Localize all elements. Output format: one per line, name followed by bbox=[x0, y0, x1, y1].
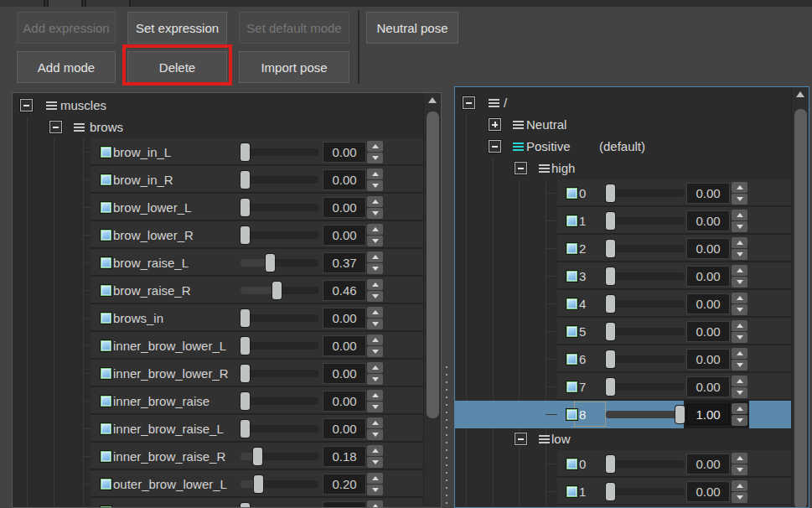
scroll-up-button[interactable] bbox=[427, 95, 439, 106]
set-expression-button[interactable]: Set expression bbox=[127, 12, 227, 44]
tree-group-high[interactable]: high bbox=[455, 158, 809, 179]
neutral-pose-button[interactable]: Neutral pose bbox=[366, 12, 458, 44]
spin-up-button[interactable] bbox=[367, 251, 383, 262]
scrollbar-thumb[interactable] bbox=[427, 111, 439, 418]
checkbox-icon[interactable] bbox=[566, 215, 577, 226]
slider[interactable] bbox=[240, 415, 318, 443]
checkbox-icon[interactable] bbox=[566, 243, 577, 254]
spin-up-button[interactable] bbox=[732, 210, 747, 220]
spin-up-button[interactable] bbox=[367, 224, 383, 235]
spin-down-button[interactable] bbox=[367, 263, 383, 274]
slider[interactable] bbox=[606, 207, 685, 235]
slider-handle[interactable] bbox=[240, 171, 250, 189]
spin-down-button[interactable] bbox=[367, 153, 383, 163]
slider[interactable] bbox=[240, 194, 318, 221]
spin-down-button[interactable] bbox=[732, 415, 747, 426]
checkbox-icon[interactable] bbox=[101, 479, 111, 490]
tree-item-inner_brow_raise_R[interactable]: inner_brow_raise_R0.18 bbox=[13, 443, 441, 470]
value-spinbox[interactable]: 0.46 bbox=[323, 280, 366, 301]
slider[interactable] bbox=[240, 304, 318, 332]
checkbox-icon[interactable] bbox=[101, 285, 111, 296]
slider-handle[interactable] bbox=[240, 199, 250, 216]
spin-down-button[interactable] bbox=[732, 387, 747, 398]
slider-handle[interactable] bbox=[240, 309, 250, 327]
spin-down-button[interactable] bbox=[732, 249, 747, 260]
panel-splitter-handle[interactable] bbox=[446, 366, 447, 508]
checkbox-icon[interactable] bbox=[566, 459, 577, 469]
spin-up-button[interactable] bbox=[367, 473, 383, 484]
checkbox-icon[interactable] bbox=[566, 271, 577, 282]
spin-down-button[interactable] bbox=[367, 236, 383, 246]
value-spinbox[interactable]: 0.00 bbox=[323, 391, 366, 412]
spin-down-button[interactable] bbox=[367, 319, 383, 329]
checkbox-icon[interactable] bbox=[101, 313, 111, 324]
tree-item-brow_in_L[interactable]: brow_in_L0.00 bbox=[13, 138, 441, 166]
tree-group-low[interactable]: low bbox=[455, 428, 809, 450]
spin-down-button[interactable] bbox=[732, 360, 747, 371]
spin-up-button[interactable] bbox=[732, 403, 747, 414]
spin-down-button[interactable] bbox=[732, 221, 747, 232]
slider-handle[interactable] bbox=[606, 240, 615, 257]
value-spinbox[interactable]: 0.00 bbox=[686, 376, 730, 397]
slider[interactable] bbox=[606, 179, 685, 207]
tree-group-muscles[interactable]: muscles bbox=[13, 95, 441, 117]
slider-handle[interactable] bbox=[240, 337, 250, 355]
tree-group-Neutral[interactable]: Neutral bbox=[455, 114, 809, 136]
expand-icon[interactable] bbox=[489, 118, 501, 131]
slider[interactable] bbox=[240, 360, 318, 387]
value-spinbox[interactable]: 0.00 bbox=[686, 210, 730, 231]
checkbox-icon[interactable] bbox=[566, 354, 577, 365]
slider-handle[interactable] bbox=[240, 392, 250, 410]
spin-up-button[interactable] bbox=[367, 334, 383, 345]
slider-handle[interactable] bbox=[240, 420, 250, 438]
tree-item-inner_brow_raise_L[interactable]: inner_brow_raise_L0.00 bbox=[13, 415, 441, 443]
spin-up-button[interactable] bbox=[367, 141, 383, 152]
spin-up-button[interactable] bbox=[367, 500, 383, 508]
tree-item-8[interactable]: 81.00 bbox=[455, 401, 809, 428]
checkbox-icon[interactable] bbox=[101, 368, 111, 379]
value-spinbox[interactable]: 0.00 bbox=[323, 197, 366, 218]
slider-handle[interactable] bbox=[254, 475, 263, 493]
spin-down-button[interactable] bbox=[732, 194, 747, 205]
slider[interactable] bbox=[606, 262, 685, 290]
slider-handle[interactable] bbox=[253, 448, 262, 465]
tree-item-1[interactable]: 10.00 bbox=[455, 207, 809, 235]
spin-up-button[interactable] bbox=[732, 182, 747, 193]
checkbox-icon[interactable] bbox=[101, 340, 111, 351]
tree-item-6[interactable]: 60.00 bbox=[455, 345, 809, 373]
value-spinbox[interactable]: 0.00 bbox=[686, 454, 730, 474]
slider[interactable] bbox=[240, 249, 318, 277]
value-spinbox[interactable]: 0.00 bbox=[686, 349, 730, 370]
collapse-icon[interactable] bbox=[489, 140, 501, 153]
spin-down-button[interactable] bbox=[732, 464, 747, 475]
spin-up-button[interactable] bbox=[732, 376, 747, 386]
spin-up-button[interactable] bbox=[732, 453, 747, 464]
tree-item-brow_raise_L[interactable]: brow_raise_L0.37 bbox=[13, 249, 441, 277]
slider-handle[interactable] bbox=[240, 143, 250, 161]
checkbox-icon[interactable] bbox=[566, 409, 577, 420]
slider-handle[interactable] bbox=[266, 254, 275, 272]
slider-handle[interactable] bbox=[240, 503, 250, 508]
checkbox-icon[interactable] bbox=[101, 230, 111, 241]
spin-up-button[interactable] bbox=[732, 480, 747, 491]
checkbox-icon[interactable] bbox=[101, 202, 111, 213]
scrollbar-thumb[interactable] bbox=[794, 109, 807, 508]
slider-handle[interactable] bbox=[606, 323, 615, 340]
spin-up-button[interactable] bbox=[367, 362, 383, 373]
value-spinbox[interactable]: 0.00 bbox=[323, 335, 366, 356]
tree-item-4[interactable]: 40.00 bbox=[455, 290, 809, 318]
slider[interactable] bbox=[606, 373, 685, 401]
checkbox-icon[interactable] bbox=[101, 257, 111, 268]
collapse-icon[interactable] bbox=[463, 96, 475, 109]
tree-item-brow_lower_L[interactable]: brow_lower_L0.00 bbox=[13, 194, 441, 221]
slider-handle[interactable] bbox=[606, 483, 615, 500]
value-spinbox[interactable]: 0.18 bbox=[323, 446, 366, 467]
slider[interactable] bbox=[240, 498, 318, 508]
value-spinbox[interactable]: 0.00 bbox=[323, 418, 366, 439]
tree-item-outer_brow_lower_R[interactable]: outer_brow_lower_R0.00 bbox=[13, 498, 441, 508]
slider[interactable] bbox=[240, 443, 318, 470]
checkbox-icon[interactable] bbox=[566, 298, 577, 309]
right-scrollbar[interactable] bbox=[791, 87, 809, 507]
slider-handle[interactable] bbox=[675, 406, 685, 423]
slider-handle[interactable] bbox=[272, 282, 282, 299]
